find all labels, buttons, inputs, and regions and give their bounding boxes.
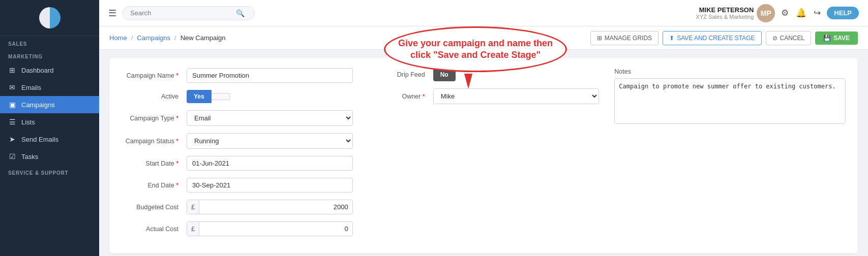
end-date-input[interactable] <box>187 178 353 193</box>
campaign-name-input[interactable] <box>187 68 353 83</box>
topnav: ☰ 🔍 MIKE PETERSON XYZ Sales & Marketing … <box>99 0 868 26</box>
budgeted-cost-row: Budgeted Cost £ <box>122 200 353 214</box>
breadcrumb-sep-1: / <box>131 34 133 42</box>
send-emails-icon: ➤ <box>8 135 16 143</box>
sidebar-section-service: SERVICE & SUPPORT <box>0 165 99 178</box>
form-columns: Campaign Name * Active Yes <box>122 68 846 243</box>
user-name-block: MIKE PETERSON XYZ Sales & Marketing <box>696 6 754 20</box>
breadcrumb: Home / Campaigns / New Campaign <box>109 34 226 42</box>
campaign-name-label: Campaign Name * <box>122 72 183 79</box>
sidebar: SALES MARKETING ⊞ Dashboard ✉ Emails ▣ C… <box>0 0 99 256</box>
sidebar-item-label: Campaigns <box>21 101 55 109</box>
lists-icon: ☰ <box>8 118 16 126</box>
budgeted-cost-wrap: £ <box>187 200 353 214</box>
search-input[interactable] <box>130 9 232 17</box>
campaign-status-row: Campaign Status * Running Planning Close… <box>122 133 353 149</box>
cancel-icon: ⊘ <box>772 35 777 42</box>
sidebar-item-label: Dashboard <box>21 67 54 74</box>
active-label: Active <box>122 93 183 100</box>
notifications-icon[interactable]: 🔔 <box>796 8 806 18</box>
sidebar-item-tasks[interactable]: ☑ Tasks <box>0 148 99 165</box>
form-col-mid: Drip Feed No Owner * Mike John <box>368 68 600 243</box>
form-area: Campaign Name * Active Yes <box>99 50 868 256</box>
sidebar-item-dashboard[interactable]: ⊞ Dashboard <box>0 61 99 79</box>
notes-label: Notes <box>614 68 846 75</box>
main-wrapper: Give your campaign and name then click "… <box>99 0 868 256</box>
sidebar-item-campaigns[interactable]: ▣ Campaigns <box>0 96 99 113</box>
topnav-user: MIKE PETERSON XYZ Sales & Marketing MP <box>696 4 775 22</box>
campaigns-icon: ▣ <box>8 101 16 109</box>
actual-cost-wrap: £ <box>187 221 353 236</box>
grid-icon: ⊞ <box>597 35 602 42</box>
sidebar-item-label: Lists <box>21 118 35 126</box>
start-date-input[interactable] <box>187 156 353 171</box>
sidebar-item-label: Tasks <box>21 153 38 161</box>
emails-icon: ✉ <box>8 83 16 91</box>
manage-grids-button[interactable]: ⊞ MANAGE GRIDS <box>590 31 659 45</box>
dashboard-icon: ⊞ <box>8 66 16 74</box>
active-no-placeholder <box>212 93 230 100</box>
notes-textarea[interactable] <box>614 78 846 124</box>
drip-feed-label: Drip Feed <box>368 71 429 78</box>
user-full-name: MIKE PETERSON <box>696 6 754 14</box>
save-button[interactable]: 💾 SAVE <box>815 31 858 45</box>
callout-arrow <box>464 74 472 89</box>
form-col-left: Campaign Name * Active Yes <box>122 68 353 243</box>
active-row: Active Yes <box>122 90 353 103</box>
sidebar-item-lists[interactable]: ☰ Lists <box>0 113 99 131</box>
action-buttons: ⊞ MANAGE GRIDS ⬆ SAVE AND CREATE STAGE ⊘… <box>590 31 858 45</box>
help-button[interactable]: HELP <box>827 7 859 19</box>
cancel-button[interactable]: ⊘ CANCEL <box>766 31 812 45</box>
actual-cost-row: Actual Cost £ <box>122 221 353 236</box>
sidebar-logo <box>0 0 99 36</box>
owner-label: Owner * <box>368 93 429 100</box>
breadcrumb-current: New Campaign <box>181 34 226 42</box>
budgeted-cost-input[interactable] <box>199 200 352 214</box>
end-date-row: End Date * <box>122 178 353 193</box>
campaign-name-row: Campaign Name * <box>122 68 353 83</box>
topnav-icons: ⚙ 🔔 ↪ <box>781 8 821 18</box>
actual-cost-label: Actual Cost <box>122 226 183 233</box>
save-icon: 💾 <box>823 35 831 42</box>
sidebar-item-label: Send Emails <box>21 136 58 143</box>
campaign-type-select[interactable]: Email Phone Direct Mail Social Media <box>187 110 353 126</box>
sidebar-item-emails[interactable]: ✉ Emails <box>0 79 99 96</box>
campaign-status-select[interactable]: Running Planning Closed <box>187 133 353 149</box>
breadcrumb-home[interactable]: Home <box>109 34 127 42</box>
form-card: Campaign Name * Active Yes <box>109 58 858 253</box>
callout-bubble: Give your campaign and name then click "… <box>384 26 567 72</box>
hamburger-icon[interactable]: ☰ <box>108 8 116 19</box>
actual-cost-currency: £ <box>187 222 199 236</box>
campaign-type-row: Campaign Type * Email Phone Direct Mail … <box>122 110 353 126</box>
form-col-notes: Notes <box>614 68 846 243</box>
callout-overlay: Give your campaign and name then click "… <box>384 26 567 72</box>
signout-icon[interactable]: ↪ <box>814 8 821 18</box>
settings-icon[interactable]: ⚙ <box>781 8 789 18</box>
sidebar-section-marketing: MARKETING <box>0 49 99 61</box>
campaign-status-label: Campaign Status * <box>122 138 183 145</box>
owner-row: Owner * Mike John Sarah <box>368 88 600 104</box>
actual-cost-input[interactable] <box>199 222 352 236</box>
start-date-label: Start Date * <box>122 160 183 167</box>
avatar[interactable]: MP <box>757 4 775 22</box>
start-date-row: Start Date * <box>122 156 353 171</box>
tasks-icon: ☑ <box>8 152 16 161</box>
owner-select[interactable]: Mike John Sarah <box>433 88 600 104</box>
breadcrumb-sep-2: / <box>174 34 176 42</box>
budgeted-cost-label: Budgeted Cost <box>122 204 183 211</box>
active-toggle-group: Yes <box>187 90 230 103</box>
user-company: XYZ Sales & Marketing <box>696 14 754 20</box>
campaign-type-label: Campaign Type * <box>122 115 183 122</box>
search-bar: 🔍 <box>123 6 255 20</box>
breadcrumb-campaigns[interactable]: Campaigns <box>137 34 170 42</box>
search-icon: 🔍 <box>236 9 245 17</box>
sidebar-item-send-emails[interactable]: ➤ Send Emails <box>0 131 99 148</box>
save-stage-icon: ⬆ <box>669 35 674 42</box>
active-yes-button[interactable]: Yes <box>187 90 212 103</box>
sidebar-section-sales: SALES <box>0 36 99 49</box>
end-date-label: End Date * <box>122 182 183 189</box>
save-create-stage-button[interactable]: ⬆ SAVE AND CREATE STAGE <box>663 31 761 45</box>
callout-text: Give your campaign and name then click "… <box>398 38 553 61</box>
budgeted-cost-currency: £ <box>187 200 199 214</box>
app-logo <box>39 7 61 28</box>
